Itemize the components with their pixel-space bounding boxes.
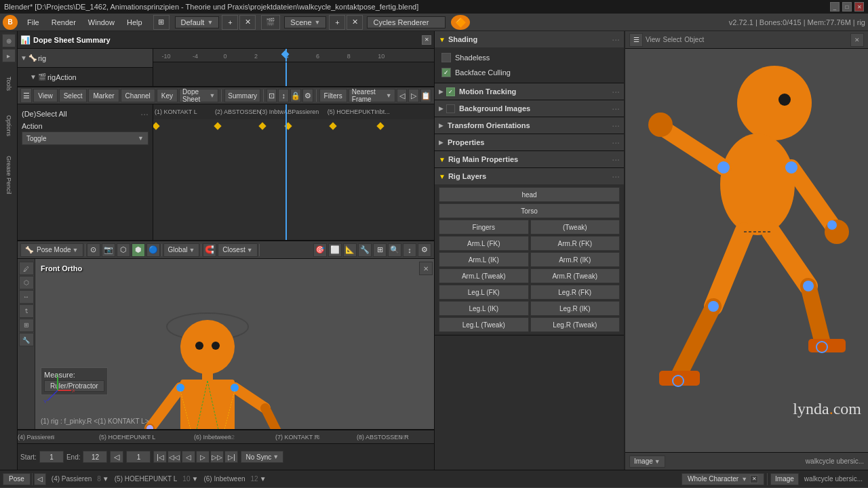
shadeless-checkbox[interactable] bbox=[441, 53, 451, 62]
deselect-dots[interactable]: ··· bbox=[140, 108, 149, 119]
bg-checkbox[interactable] bbox=[446, 104, 455, 113]
prev-frame-btn[interactable]: ◁ bbox=[110, 451, 123, 463]
rig-layers-dots[interactable]: ··· bbox=[612, 171, 620, 182]
close-dopesheet-icon[interactable]: ✕ bbox=[422, 35, 431, 45]
shading-dots[interactable]: ··· bbox=[612, 34, 620, 45]
jump-end-btn[interactable]: ▷| bbox=[224, 451, 238, 463]
renderer-selector[interactable]: Cycles Renderer bbox=[367, 16, 446, 28]
props-header[interactable]: ▶ Properties ··· bbox=[435, 134, 624, 150]
pose-mode-btn[interactable]: 🦴 Pose Mode ▼ bbox=[20, 243, 83, 257]
menu-help[interactable]: Help bbox=[121, 17, 148, 28]
vp-sb-btn-4[interactable]: ↩ bbox=[19, 304, 34, 318]
rig-layer-leg-r-fk[interactable]: Leg.R (FK) bbox=[530, 285, 620, 300]
vp-icon-2[interactable]: ⬜ bbox=[328, 243, 342, 257]
screen-layout-icon[interactable]: ⊞ bbox=[153, 15, 170, 30]
rig-layer-leg-r-tweak[interactable]: Leg.R (Tweak) bbox=[530, 317, 620, 332]
action-dropdown[interactable]: Toggle ▼ bbox=[22, 131, 149, 145]
vp-icon-4[interactable]: 🔧 bbox=[358, 243, 372, 257]
select-menu[interactable]: Select bbox=[59, 89, 87, 102]
header-icon[interactable]: ☰ bbox=[20, 88, 32, 103]
start-frame-input[interactable]: 1 bbox=[39, 451, 64, 463]
mt-checkbox[interactable] bbox=[446, 87, 455, 96]
vp-sb-btn-1[interactable]: 🖊 bbox=[19, 262, 34, 275]
rig-layer-arm-r-tweak[interactable]: Arm.R (Tweak) bbox=[530, 268, 620, 283]
no-sync-btn[interactable]: No Sync ▼ bbox=[241, 451, 283, 463]
vp-sb-btn-2[interactable]: ⬡ bbox=[19, 276, 34, 289]
blender-icon[interactable]: 🔶 bbox=[451, 15, 470, 30]
vp-sb-btn-6[interactable]: 🔧 bbox=[19, 333, 34, 346]
vp-icon-1[interactable]: 🎯 bbox=[313, 243, 327, 257]
maximize-button[interactable]: □ bbox=[842, 2, 852, 12]
snap-magnet-icon[interactable]: 🧲 bbox=[203, 243, 216, 257]
sb-left-btn[interactable]: ◁ bbox=[34, 473, 46, 485]
right-vp-menu-icon[interactable]: ☰ bbox=[629, 33, 643, 47]
whole-character-btn[interactable]: Whole Character ▼ ✕ bbox=[682, 473, 764, 485]
rig-layer-leg-l-fk[interactable]: Leg.L (FK) bbox=[439, 285, 529, 300]
workspace-selector[interactable]: Default ▼ bbox=[175, 16, 220, 28]
rig-layer-tweak[interactable]: (Tweak) bbox=[530, 220, 620, 235]
add-scene-icon[interactable]: + bbox=[329, 15, 345, 30]
vp-material-icon[interactable]: 🔵 bbox=[146, 243, 160, 257]
menu-file[interactable]: File bbox=[22, 17, 45, 28]
end-frame-input[interactable]: 12 bbox=[83, 451, 107, 463]
rig-layer-arm-l-tweak[interactable]: Arm.L (Tweak) bbox=[439, 268, 529, 283]
props-dots[interactable]: ··· bbox=[612, 137, 620, 148]
channel-menu[interactable]: Channel bbox=[121, 89, 155, 102]
rig-layer-leg-l-tweak[interactable]: Leg.L (Tweak) bbox=[439, 317, 529, 332]
filters-btn[interactable]: Filters bbox=[319, 89, 347, 102]
settings-icon[interactable]: ⚙ bbox=[302, 89, 313, 102]
transform-dots[interactable]: ··· bbox=[612, 120, 620, 131]
vp-sb-btn-3[interactable]: ↕ bbox=[19, 290, 34, 304]
sync-icon[interactable]: ↕ bbox=[278, 89, 289, 102]
vp-icon-6[interactable]: 🔍 bbox=[388, 243, 401, 257]
mt-dots[interactable]: ··· bbox=[612, 86, 620, 97]
rig-layer-arm-r-ik[interactable]: Arm.R (IK) bbox=[530, 252, 620, 267]
step-fwd-btn[interactable]: ▷▷ bbox=[210, 451, 224, 463]
transform-header[interactable]: ▶ Transform Orientations ··· bbox=[435, 117, 624, 134]
bg-images-header[interactable]: ▶ Background Images ··· bbox=[435, 100, 624, 117]
vp-solid-icon[interactable]: ⬡ bbox=[117, 243, 130, 257]
current-frame-input[interactable]: 1 bbox=[126, 451, 151, 463]
rig-layer-arm-l-fk[interactable]: Arm.L (FK) bbox=[439, 236, 529, 251]
vp-icon-7[interactable]: ↕ bbox=[403, 243, 416, 257]
rig-action-channel[interactable]: ▼ 🎬 rigAction bbox=[18, 68, 153, 87]
vp-icon-8[interactable]: ⚙ bbox=[418, 243, 431, 257]
rig-layer-head[interactable]: head bbox=[439, 187, 620, 202]
nf-icon-2[interactable]: ▷ bbox=[408, 89, 419, 102]
sidebar-btn-1[interactable]: ⊕ bbox=[2, 34, 16, 47]
rig-layer-leg-l-ik[interactable]: Leg.L (IK) bbox=[439, 301, 529, 316]
pose-label-btn[interactable]: Pose bbox=[3, 473, 31, 485]
key-menu[interactable]: Key bbox=[157, 89, 178, 102]
orientation-dropdown[interactable]: Global ▼ bbox=[163, 243, 200, 257]
menu-window[interactable]: Window bbox=[83, 17, 120, 28]
minimize-button[interactable]: _ bbox=[830, 2, 840, 12]
rig-layer-torso[interactable]: Torso bbox=[439, 203, 620, 218]
add-screen-icon[interactable]: + bbox=[222, 15, 238, 30]
rig-layer-leg-r-ik[interactable]: Leg.R (IK) bbox=[530, 301, 620, 316]
rig-layer-arm-r-fk[interactable]: Arm.R (FK) bbox=[530, 236, 620, 251]
render-engine-icon[interactable]: 🎬 bbox=[261, 15, 280, 30]
view-menu[interactable]: View bbox=[33, 89, 58, 102]
rig-main-dots[interactable]: ··· bbox=[612, 154, 620, 165]
nf-icon-3[interactable]: 📋 bbox=[420, 89, 431, 102]
bg-dots[interactable]: ··· bbox=[612, 103, 620, 114]
vpr-btn-1[interactable]: ✕ bbox=[419, 262, 433, 275]
vp-global-view-icon[interactable]: ⊙ bbox=[87, 243, 100, 257]
close-button[interactable]: ✕ bbox=[854, 2, 864, 12]
nearest-frame-btn[interactable]: Nearest Frame ▼ bbox=[349, 89, 395, 102]
jump-start-btn[interactable]: |◁ bbox=[153, 451, 167, 463]
view-mode-btn[interactable]: Image bbox=[770, 473, 799, 485]
sidebar-btn-2[interactable]: ▸ bbox=[2, 49, 16, 62]
rig-layer-fingers[interactable]: Fingers bbox=[439, 220, 529, 235]
vp-icon-5[interactable]: ⊞ bbox=[373, 243, 387, 257]
rig-layer-arm-l-ik[interactable]: Arm.L (IK) bbox=[439, 252, 529, 267]
step-back-btn[interactable]: ◁◁ bbox=[167, 451, 181, 463]
remove-screen-icon[interactable]: ✕ bbox=[239, 15, 256, 30]
rig-layers-header[interactable]: ▼ Rig Layers ··· bbox=[435, 168, 624, 184]
vp-wireframe-icon[interactable]: ⬢ bbox=[132, 243, 145, 257]
tools-label[interactable]: Tools bbox=[5, 64, 12, 104]
shading-header[interactable]: ▼ Shading ··· bbox=[435, 31, 624, 47]
lock-icon[interactable]: 🔒 bbox=[290, 89, 301, 102]
dopesheet-type-dropdown[interactable]: Dope Sheet ▼ bbox=[179, 89, 218, 102]
grease-pencil-label[interactable]: Grease Pencil bbox=[5, 148, 12, 202]
